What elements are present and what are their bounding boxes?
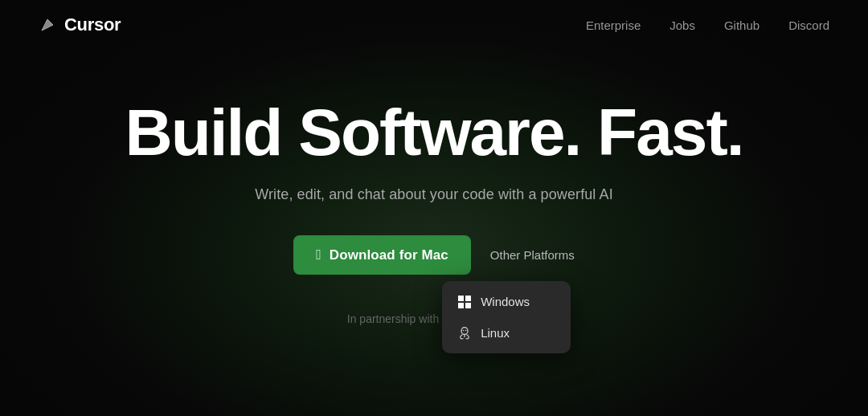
svg-rect-1 — [465, 296, 471, 301]
svg-point-4 — [461, 327, 468, 334]
platforms-dropdown: Windows Linux — [442, 281, 571, 353]
nav-link-discord[interactable]: Discord — [788, 18, 829, 32]
svg-rect-2 — [458, 303, 464, 308]
dropdown-item-windows-label: Windows — [481, 295, 530, 308]
nav-link-jobs[interactable]: Jobs — [669, 18, 695, 32]
hero-title: Build Software. Fast. — [125, 98, 743, 167]
logo-text: Cursor — [64, 14, 121, 35]
svg-point-6 — [463, 329, 465, 331]
download-mac-label: Download for Mac — [330, 247, 448, 263]
hero-subtitle: Write, edit, and chat about your code wi… — [255, 186, 613, 203]
logo[interactable]: Cursor — [39, 14, 121, 35]
nav-link-enterprise[interactable]: Enterprise — [586, 18, 641, 32]
dropdown-item-linux[interactable]: Linux — [442, 317, 571, 349]
dropdown-item-windows[interactable]: Windows — [442, 286, 571, 317]
nav-link-github[interactable]: Github — [724, 18, 760, 32]
windows-icon — [458, 296, 471, 308]
svg-rect-3 — [465, 303, 471, 308]
cta-area:  Download for Mac Other Platforms Windo… — [293, 235, 575, 275]
hero-section: Build Software. Fast. Write, edit, and c… — [0, 50, 868, 328]
nav-links: Enterprise Jobs Github Discord — [586, 18, 829, 32]
other-platforms-button[interactable]: Other Platforms — [490, 248, 575, 262]
apple-icon:  — [316, 247, 321, 263]
svg-point-7 — [465, 329, 467, 331]
download-mac-button[interactable]:  Download for Mac — [293, 235, 471, 275]
partnership-text: In partnership with — [347, 312, 439, 325]
linux-icon — [458, 327, 471, 340]
cursor-logo-icon — [39, 16, 56, 34]
svg-rect-0 — [458, 296, 464, 301]
navbar: Cursor Enterprise Jobs Github Discord — [0, 0, 868, 50]
dropdown-item-linux-label: Linux — [481, 326, 510, 340]
